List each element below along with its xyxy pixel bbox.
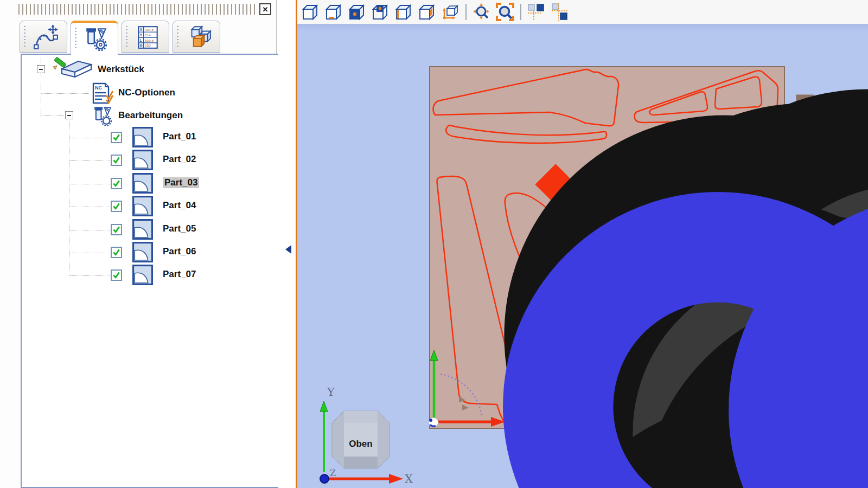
view-front-solid-icon[interactable] — [347, 2, 367, 22]
nc-options-icon: NC — [91, 82, 114, 104]
workpiece-icon — [50, 57, 93, 80]
part-contour-icon — [132, 127, 153, 147]
stock-table-icon: X Y L R 404.8 214 500.8 250 — [134, 24, 161, 51]
part-label: Part_03 — [163, 177, 199, 188]
part-contour-icon — [132, 219, 153, 240]
view-front-icon[interactable] — [300, 2, 321, 22]
zoom-fit-icon[interactable] — [471, 2, 492, 22]
view-back-icon[interactable] — [370, 2, 391, 22]
part-label: Part_07 — [163, 269, 196, 280]
nesting-scene: Oben Y X Z — [297, 24, 868, 488]
svg-text:214: 214 — [145, 33, 151, 37]
sidebar-panel: ✕ — [0, 0, 277, 488]
svg-text:404.8: 404.8 — [145, 28, 154, 31]
checkmark-icon — [112, 156, 121, 165]
tab-geometry[interactable] — [20, 21, 67, 53]
tab-grip-dots — [177, 26, 178, 47]
checkmark-icon — [112, 271, 121, 280]
svg-text:NC: NC — [95, 85, 102, 91]
part-label: Part_01 — [163, 131, 196, 142]
panel-splitter[interactable] — [278, 0, 296, 488]
svg-text:X: X — [139, 27, 142, 32]
tree-item-part[interactable]: Part_01 — [22, 126, 283, 149]
tree-item-part[interactable]: Part_04 — [22, 195, 283, 218]
operations-icon — [91, 105, 115, 127]
part-contour-icon — [132, 150, 153, 170]
tree-item-label: NC-Optionen — [118, 87, 175, 98]
part-contour-icon — [132, 242, 153, 262]
viewport-toolbar — [297, 0, 868, 24]
y-axis-label: Y — [327, 386, 335, 399]
tree-connector — [41, 93, 89, 94]
tree-item-label: Bearbeitungen — [118, 110, 183, 121]
tab-grip-dots — [75, 28, 76, 50]
checkbox-checked[interactable] — [111, 155, 122, 166]
part-label: Part_05 — [163, 223, 196, 234]
checkbox-checked[interactable] — [111, 269, 122, 281]
view-right-icon[interactable] — [417, 2, 437, 22]
view-left-icon[interactable] — [393, 2, 414, 22]
panel-drag-handle[interactable] — [18, 4, 257, 15]
view-axonometric-icon[interactable] — [440, 2, 461, 22]
checkbox-checked[interactable] — [111, 224, 122, 235]
collapse-panel-arrow-icon[interactable] — [285, 245, 291, 254]
checkmark-icon — [112, 225, 121, 234]
toolbar-separator — [465, 4, 467, 20]
tree-item-label: Werkstück — [98, 64, 144, 75]
tree-item-part[interactable]: Part_02 — [22, 149, 283, 172]
toolbar-separator — [520, 4, 521, 20]
tree-connector — [41, 115, 64, 116]
z-axis-dot — [320, 474, 329, 483]
tab-machining[interactable] — [71, 21, 118, 55]
z-axis-label: Z — [330, 468, 336, 478]
tab-grip-dots — [24, 26, 25, 47]
workplane-front-icon[interactable] — [550, 2, 570, 22]
part-label: Part_04 — [163, 200, 196, 211]
zoom-window-icon[interactable] — [495, 2, 515, 22]
collapse-minus-box[interactable] — [65, 111, 73, 119]
svg-text:250: 250 — [145, 44, 151, 48]
tab-stock-dimensions[interactable]: X Y L R 404.8 214 500.8 250 — [122, 21, 169, 53]
sidebar-tabs: X Y L R 404.8 214 500.8 250 — [20, 21, 220, 54]
checkmark-icon — [112, 202, 121, 211]
svg-text:L: L — [139, 38, 142, 43]
part-label: Part_06 — [163, 246, 196, 257]
tab-grip-dots — [126, 26, 127, 47]
panel-close-button[interactable]: ✕ — [259, 3, 271, 15]
checkmark-icon — [112, 179, 121, 188]
checkbox-checked[interactable] — [111, 132, 122, 143]
checkmark-icon — [112, 133, 121, 142]
part-contour-icon — [132, 265, 153, 285]
curve-nodes-icon — [32, 24, 59, 51]
svg-text:R: R — [139, 43, 143, 48]
checkbox-checked[interactable] — [111, 178, 122, 189]
part-label: Part_02 — [163, 154, 196, 165]
tab-parts-stack[interactable] — [173, 21, 220, 53]
checkbox-checked[interactable] — [111, 201, 122, 212]
view-cube-face-label: Oben — [349, 439, 372, 449]
svg-text:500.8: 500.8 — [145, 38, 154, 42]
part-contour-icon — [132, 173, 153, 194]
tree-item-part[interactable]: Part_05 — [22, 219, 283, 241]
graphics-viewport[interactable]: Oben Y X Z — [297, 24, 868, 488]
tree-item-part[interactable]: Part_06 — [22, 241, 283, 264]
checkbox-checked[interactable] — [111, 247, 122, 258]
checkmark-icon — [112, 248, 121, 257]
part-contour-icon — [132, 196, 153, 216]
application-window: { "window": { "close_glyph": "✕" }, "sid… — [0, 0, 868, 488]
svg-text:Y: Y — [139, 33, 142, 37]
view-bottom-icon[interactable] — [323, 2, 344, 22]
machining-tool-icon — [83, 25, 110, 53]
view-cube[interactable]: Oben — [332, 411, 390, 468]
stacked-cubes-icon — [185, 24, 212, 51]
tree-item-part[interactable]: Part_07 — [22, 264, 283, 287]
x-axis-label: X — [405, 472, 413, 485]
operations-tree: Werkstück NC NC-Optionen — [21, 54, 284, 488]
workplane-top-icon[interactable] — [526, 2, 547, 22]
tree-item-part-selected[interactable]: Part_03 — [22, 172, 283, 195]
collapse-minus-box[interactable] — [37, 65, 45, 73]
